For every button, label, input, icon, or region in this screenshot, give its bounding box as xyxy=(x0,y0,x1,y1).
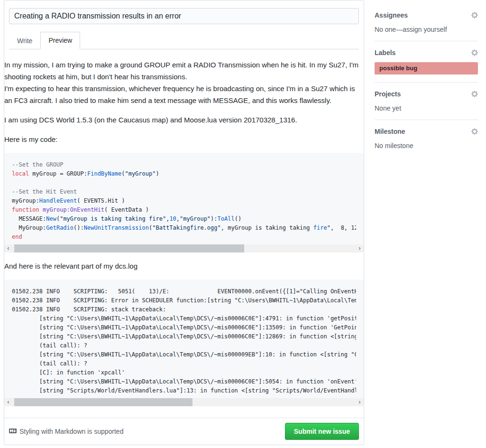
gear-icon[interactable] xyxy=(471,90,478,98)
issue-sidebar: Assignees No one—assign yourself Labels … xyxy=(375,0,478,445)
submit-new-issue-button[interactable]: Submit new issue xyxy=(285,423,359,440)
scrollbar-track[interactable] xyxy=(12,398,356,406)
markdown-icon xyxy=(9,427,17,436)
milestone-value: No milestone xyxy=(375,142,478,149)
markdown-supported-link[interactable]: Styling with Markdown is supported xyxy=(9,427,123,436)
assignees-heading: Assignees xyxy=(375,11,408,19)
tab-preview[interactable]: Preview xyxy=(40,32,80,49)
projects-value: None yet xyxy=(375,104,478,112)
gear-icon[interactable] xyxy=(471,49,478,56)
lua-code-block: --Set the GROUPlocal myGroup = GROUP:Fin… xyxy=(4,153,364,252)
comment-tab-nav: Write Preview xyxy=(9,32,359,49)
preview-paragraph-intro: In my mission, I am trying to make a gro… xyxy=(4,59,364,106)
log-code-block: 01502.238 INFO SCRIPTING: 5051( 13)/E: E… xyxy=(4,280,364,406)
preview-paragraph-versions: I am using DCS World 1.5.3 (on the Cauca… xyxy=(4,114,364,126)
sidebar-section-assignees: Assignees No one—assign yourself xyxy=(375,4,478,41)
new-issue-page: Write Preview In my mission, I am trying… xyxy=(0,0,486,445)
gear-icon[interactable] xyxy=(471,11,478,19)
preview-paragraph-code-intro: Here is my code: xyxy=(4,133,364,145)
assignees-value: No one—assign yourself xyxy=(375,26,478,33)
markdown-note-label: Styling with Markdown is supported xyxy=(19,428,123,435)
form-footer: Styling with Markdown is supported Submi… xyxy=(4,418,364,445)
no-one-label: No one— xyxy=(375,26,403,33)
scrollbar-track[interactable] xyxy=(12,244,356,252)
projects-heading: Projects xyxy=(375,90,401,98)
code-horizontal-scrollbar[interactable]: ‹ › xyxy=(4,244,364,252)
scrollbar-thumb[interactable] xyxy=(14,244,244,252)
gear-icon[interactable] xyxy=(471,128,478,135)
lua-code-content: --Set the GROUPlocal myGroup = GROUP:Fin… xyxy=(4,153,364,244)
sidebar-section-projects: Projects None yet xyxy=(375,83,478,120)
issue-title-input[interactable] xyxy=(9,8,359,24)
sidebar-section-labels: Labels possible bug xyxy=(375,41,478,83)
form-header: Write Preview xyxy=(4,0,364,49)
scroll-left-arrow-icon[interactable]: ‹ xyxy=(4,398,12,406)
labels-heading: Labels xyxy=(375,49,395,56)
sidebar-section-milestone: Milestone No milestone xyxy=(375,120,478,157)
scrollbar-thumb[interactable] xyxy=(14,398,193,406)
scroll-right-arrow-icon[interactable]: › xyxy=(356,244,364,252)
label-possible-bug: possible bug xyxy=(375,62,478,75)
scroll-left-arrow-icon[interactable]: ‹ xyxy=(4,244,12,252)
log-code-content: 01502.238 INFO SCRIPTING: 5051( 13)/E: E… xyxy=(4,280,364,398)
preview-paragraph-log-intro: And here is the relevant part of my dcs.… xyxy=(4,260,364,272)
tab-write[interactable]: Write xyxy=(9,32,40,49)
log-horizontal-scrollbar[interactable]: ‹ › xyxy=(4,398,364,406)
preview-pane: In my mission, I am trying to make a gro… xyxy=(4,49,364,418)
assign-yourself-link[interactable]: assign yourself xyxy=(403,26,447,33)
scroll-right-arrow-icon[interactable]: › xyxy=(356,398,364,406)
milestone-heading: Milestone xyxy=(375,128,405,135)
new-issue-form: Write Preview In my mission, I am trying… xyxy=(4,0,364,445)
